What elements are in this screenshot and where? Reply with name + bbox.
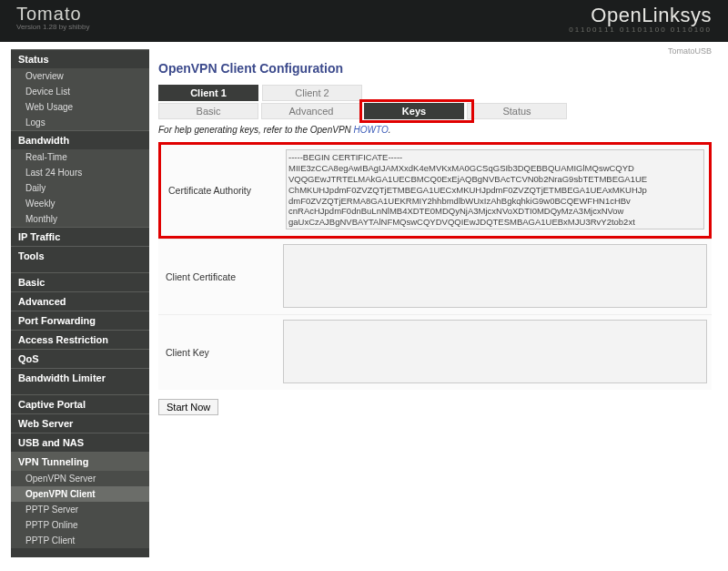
howto-link[interactable]: HOWTO (354, 125, 389, 135)
sidebar-item[interactable]: OpenVPN Server (11, 471, 149, 486)
tab-client1[interactable]: Client 1 (158, 85, 258, 101)
main-content: TomatoUSB OpenVPN Client Configuration C… (149, 42, 728, 557)
sidebar-item[interactable]: OpenVPN Client (11, 486, 149, 502)
client-tabs: Client 1 Client 2 (158, 85, 712, 101)
sidebar-item[interactable]: Device List (11, 84, 149, 99)
sidebar-item[interactable]: PPTP Client (11, 533, 149, 548)
ca-label: Certificate Authority (161, 145, 286, 236)
client-key-row: Client Key (158, 314, 712, 390)
help-text-before: For help generating keys, refer to the O… (158, 125, 354, 135)
sidebar-item[interactable]: Last 24 Hours (11, 165, 149, 180)
client-cert-label: Client Certificate (158, 240, 283, 314)
subtab-status[interactable]: Status (467, 103, 567, 119)
sidebar-group[interactable]: Tools (11, 246, 149, 265)
sidebar-item[interactable]: Web Usage (11, 99, 149, 115)
highlight-ca-field: Certificate Authority (158, 142, 712, 239)
brand-binary: 01100111 01101100 0110100 (569, 25, 712, 34)
sidebar-group[interactable]: Access Restriction (11, 330, 149, 349)
page-title: OpenVPN Client Configuration (158, 61, 712, 76)
sidebar-group[interactable]: Captive Portal (11, 394, 149, 413)
client-cert-row: Client Certificate (158, 239, 712, 314)
subtab-advanced[interactable]: Advanced (261, 103, 361, 119)
sidebar-item[interactable]: Real-Time (11, 149, 149, 165)
app-version: Version 1.28 by shibby (16, 23, 90, 31)
sidebar-item[interactable]: PPTP Server (11, 502, 149, 517)
sidebar-group[interactable]: Basic (11, 272, 149, 291)
sidebar-item[interactable]: Overview (11, 68, 149, 84)
sidebar-group[interactable]: IP Traffic (11, 227, 149, 246)
help-text: For help generating keys, refer to the O… (158, 125, 712, 135)
sidebar: StatusOverviewDevice ListWeb UsageLogsBa… (11, 49, 149, 557)
start-now-button[interactable]: Start Now (158, 399, 218, 415)
tab-client2[interactable]: Client 2 (262, 85, 362, 101)
sidebar-item[interactable]: Logs (11, 115, 149, 130)
sidebar-group[interactable]: Web Server (11, 413, 149, 433)
header-right: OpenLinksys 01100111 01101100 0110100 (569, 4, 712, 34)
client-key-label: Client Key (158, 315, 283, 390)
sidebar-spacer (11, 265, 149, 272)
subtab-basic[interactable]: Basic (158, 103, 258, 119)
app-title: Tomato (16, 4, 90, 25)
sidebar-group[interactable]: Port Forwarding (11, 311, 149, 330)
help-text-after: . (389, 125, 391, 135)
sidebar-spacer (11, 387, 149, 394)
sidebar-group[interactable]: Bandwidth (11, 130, 149, 149)
sidebar-group[interactable]: Bandwidth Limiter (11, 368, 149, 387)
client-key-textarea[interactable] (283, 320, 707, 383)
firmware-tag: TomatoUSB (158, 46, 712, 56)
sidebar-item[interactable]: Daily (11, 180, 149, 196)
sidebar-item[interactable]: Monthly (11, 211, 149, 227)
ca-textarea[interactable] (286, 149, 704, 229)
header: Tomato Version 1.28 by shibby OpenLinksy… (0, 0, 728, 42)
sidebar-group[interactable]: Status (11, 49, 149, 68)
sidebar-item[interactable]: PPTP Online (11, 517, 149, 533)
brand-name: OpenLinksys (591, 4, 712, 27)
sidebar-item[interactable]: Weekly (11, 196, 149, 211)
header-left: Tomato Version 1.28 by shibby (16, 4, 90, 31)
client-cert-textarea[interactable] (283, 244, 707, 308)
subtab-keys[interactable]: Keys (364, 103, 464, 119)
sidebar-group[interactable]: USB and NAS (11, 433, 149, 452)
sidebar-group[interactable]: QoS (11, 349, 149, 368)
sidebar-group[interactable]: VPN Tunneling (11, 452, 149, 471)
sub-tabs: Basic Advanced Keys Status (158, 103, 712, 119)
sidebar-group[interactable]: Advanced (11, 291, 149, 311)
